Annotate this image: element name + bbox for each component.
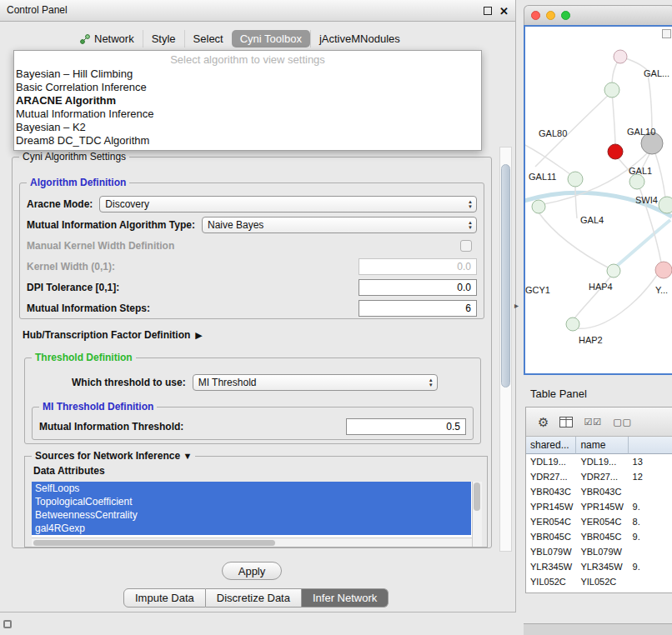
tab-cyni-toolbox[interactable]: Cyni Toolbox	[232, 30, 310, 48]
list-vertical-scrollbar[interactable]	[472, 482, 482, 547]
group-title: MI Threshold Definition	[39, 401, 157, 412]
algorithm-option[interactable]: Mutual Information Inference	[14, 108, 481, 121]
canvas-scroll-button[interactable]	[662, 29, 671, 38]
attribute-item-selected[interactable]: gal4RGexp	[32, 522, 471, 535]
network-node-highlighted[interactable]	[608, 144, 623, 159]
kernel-width-field[interactable]	[359, 258, 477, 275]
cell: YBL079W	[576, 544, 628, 559]
apply-button[interactable]: Apply	[222, 562, 282, 580]
network-canvas[interactable]: GAL... GAL80 GAL10 GAL11 GAL1 SWI4 GAL4 …	[524, 25, 672, 375]
close-traffic-button[interactable]	[531, 11, 540, 20]
algorithm-option[interactable]: Basic Correlation Inference	[14, 81, 481, 94]
network-node[interactable]	[604, 82, 619, 98]
cyni-algorithm-settings-group: Cyni Algorithm Settings Algorithm Defini…	[12, 157, 492, 548]
table-row[interactable]: YBR043C YBR043C	[526, 484, 672, 499]
attribute-item-selected[interactable]: SelfLoops	[32, 482, 471, 495]
tab-label: Select	[193, 32, 223, 45]
algorithm-option[interactable]: Bayesian – Hill Climbing	[14, 68, 481, 81]
close-icon[interactable]: ✕	[499, 6, 509, 17]
sources-title[interactable]: Sources for Network Inference ▼	[32, 450, 195, 462]
network-node[interactable]	[568, 172, 583, 187]
mi-steps-label: Mutual Information Steps:	[27, 302, 150, 314]
table-row[interactable]: YDL19... YDL19... 13	[526, 454, 672, 469]
node-label: GAL4	[580, 215, 604, 225]
select-all-checkboxes-icon[interactable]: ☑☑	[584, 417, 602, 427]
network-graph[interactable]: GAL... GAL80 GAL10 GAL11 GAL1 SWI4 GAL4 …	[525, 27, 672, 373]
expand-right-icon[interactable]: ▶	[195, 330, 202, 341]
which-threshold-select[interactable]: MI Threshold ▲ ▼	[193, 374, 438, 391]
mi-type-label: Mutual Information Algorithm Type:	[27, 219, 195, 231]
network-node[interactable]	[607, 264, 620, 278]
mi-threshold-label: Mutual Information Threshold:	[39, 421, 183, 432]
scrollbar-thumb[interactable]	[33, 540, 275, 546]
collapsed-panel-icon[interactable]	[3, 620, 12, 628]
mi-threshold-field[interactable]	[346, 418, 466, 435]
attribute-item-selected[interactable]: TopologicalCoefficient	[32, 495, 471, 508]
tab-discretize-data[interactable]: Discretize Data	[206, 588, 302, 608]
network-node[interactable]	[532, 200, 545, 213]
selected-value: Naive Bayes	[208, 219, 263, 231]
spin-down-icon: ▼	[468, 204, 473, 209]
hub-transcription-section[interactable]: Hub/Transcription Factor Definition ▶	[23, 329, 203, 341]
attribute-item-selected[interactable]: BetweennessCentrality	[32, 508, 471, 522]
group-title: Algorithm Definition	[27, 177, 129, 188]
network-node[interactable]	[614, 50, 627, 63]
column-header-partial[interactable]	[629, 437, 672, 454]
network-node[interactable]	[629, 174, 644, 189]
collapse-down-icon[interactable]: ▼	[183, 451, 192, 461]
mi-type-select[interactable]: Naive Bayes ▲ ▼	[202, 217, 477, 233]
cell: YBR043C	[576, 484, 628, 499]
algorithm-option-selected[interactable]: ARACNE Algorithm	[14, 94, 481, 108]
cell: YIL052C	[526, 574, 576, 589]
cell	[629, 574, 672, 589]
manual-kernel-label: Manual Kernel Width Definition	[27, 240, 174, 252]
network-node[interactable]	[659, 197, 672, 213]
table-row[interactable]: YPR145W YPR145W 9.	[526, 499, 672, 514]
panel-splitter-handle[interactable]: ▸	[514, 302, 519, 310]
tab-infer-network[interactable]: Infer Network	[302, 588, 389, 608]
mi-steps-field[interactable]	[359, 300, 477, 317]
algorithm-option[interactable]: Dream8 DC_TDC Algorithm	[14, 134, 481, 148]
mi-threshold-definition-group: MI Threshold Definition Mutual Informati…	[32, 407, 474, 440]
column-header-name[interactable]: name	[576, 437, 628, 454]
table-row[interactable]: YBL079W YBL079W	[526, 544, 672, 559]
table-panel-window: ⚙ ☑☑ ▢▢ shared... name YDL19... YDL19...…	[525, 407, 672, 593]
gear-icon[interactable]: ⚙	[538, 416, 549, 428]
scrollbar-thumb[interactable]	[501, 164, 510, 388]
manual-kernel-checkbox[interactable]	[460, 240, 472, 252]
column-header-shared-name[interactable]: shared...	[526, 437, 576, 454]
data-attributes-label: Data Attributes	[33, 465, 105, 477]
minimize-traffic-button[interactable]	[546, 11, 555, 20]
scrollbar-thumb[interactable]	[474, 482, 480, 511]
list-horizontal-scrollbar[interactable]	[32, 538, 472, 547]
zoom-traffic-button[interactable]	[561, 11, 570, 20]
tab-jactivemnodules[interactable]: jActiveMNodules	[310, 30, 409, 48]
cell: YBL079W	[526, 544, 576, 559]
table-row[interactable]: YDR27... YDR27... 12	[526, 469, 672, 484]
stepper-icon: ▲ ▼	[468, 220, 473, 230]
tab-impute-data[interactable]: Impute Data	[123, 588, 206, 608]
sources-group: Sources for Network Inference ▼ Data Att…	[24, 456, 488, 548]
window-title: Control Panel	[7, 4, 68, 16]
network-node[interactable]	[566, 318, 579, 331]
float-window-icon[interactable]	[484, 7, 492, 15]
cell	[629, 484, 672, 499]
table-row[interactable]: YIL052C YIL052C	[526, 574, 672, 589]
table-row[interactable]: YER054C YER054C 8.	[526, 514, 672, 529]
clear-all-checkboxes-icon[interactable]: ▢▢	[613, 417, 632, 427]
aracne-mode-select[interactable]: Discovery ▲ ▼	[99, 196, 477, 212]
network-node[interactable]	[655, 262, 672, 278]
tab-select[interactable]: Select	[184, 30, 232, 48]
network-window-titlebar[interactable]	[524, 5, 672, 25]
stepper-icon: ▲ ▼	[468, 199, 473, 209]
tab-style[interactable]: Style	[143, 30, 184, 48]
tab-network[interactable]: Network	[72, 30, 143, 48]
dpi-tolerance-field[interactable]	[359, 279, 477, 296]
tab-label: jActiveMNodules	[319, 32, 400, 45]
algorithm-option[interactable]: Bayesian – K2	[14, 121, 481, 134]
data-attributes-list[interactable]: SelfLoops TopologicalCoefficient Between…	[32, 482, 482, 547]
settings-vertical-scrollbar[interactable]	[499, 147, 512, 552]
columns-icon[interactable]	[559, 417, 573, 428]
table-row[interactable]: YBR045C YBR045C 9.	[526, 529, 672, 544]
table-row[interactable]: YLR345W YLR345W 9.	[526, 559, 672, 574]
